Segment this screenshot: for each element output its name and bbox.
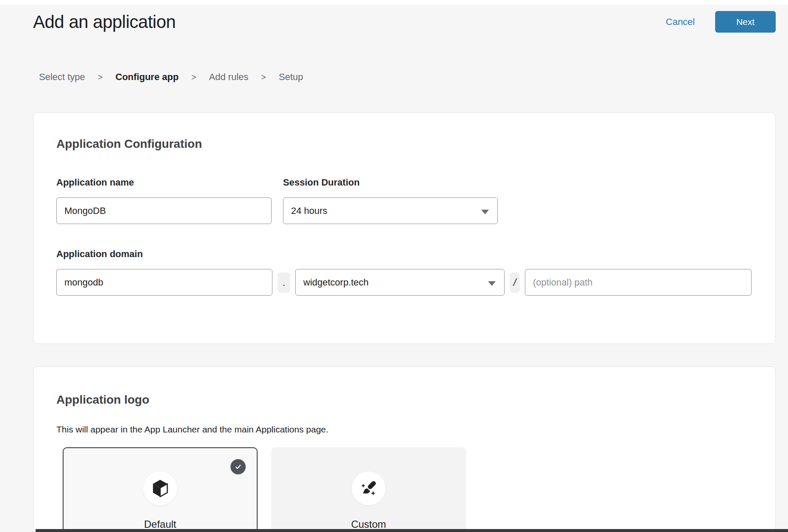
session-duration-field-group: Session Duration 24 hours bbox=[283, 177, 498, 224]
session-duration-label: Session Duration bbox=[283, 177, 498, 188]
domain-selected-value: widgetcorp.tech bbox=[303, 277, 369, 288]
application-name-field-group: Application name bbox=[56, 177, 272, 224]
session-duration-selected-value: 24 hours bbox=[291, 205, 327, 216]
logo-option-label: Default bbox=[64, 518, 257, 530]
page-header: Add an application Cancel Next bbox=[33, 11, 776, 33]
next-button[interactable]: Next bbox=[715, 11, 776, 33]
cube-icon bbox=[151, 479, 169, 498]
header-actions: Cancel Next bbox=[666, 11, 776, 33]
logo-option-custom[interactable]: Custom bbox=[271, 447, 466, 532]
breadcrumb-separator: > bbox=[191, 72, 197, 82]
paintbrush-icon bbox=[359, 479, 378, 498]
name-duration-row: Application name Session Duration 24 hou… bbox=[56, 177, 752, 224]
chevron-down-icon bbox=[488, 281, 496, 286]
breadcrumb-separator: > bbox=[98, 72, 103, 82]
check-icon bbox=[234, 463, 242, 471]
breadcrumb-step-select-type[interactable]: Select type bbox=[39, 72, 85, 83]
slash-separator: / bbox=[510, 272, 520, 293]
breadcrumb-step-setup[interactable]: Setup bbox=[279, 72, 303, 83]
breadcrumb-step-add-rules[interactable]: Add rules bbox=[209, 72, 248, 83]
breadcrumb-step-configure-app[interactable]: Configure app bbox=[116, 72, 179, 83]
application-configuration-card: Application Configuration Application na… bbox=[33, 112, 776, 344]
logo-options: Default Custom bbox=[63, 447, 752, 532]
chevron-down-icon bbox=[481, 210, 489, 214]
page-title: Add an application bbox=[33, 12, 176, 32]
breadcrumb-separator: > bbox=[261, 72, 266, 82]
application-configuration-heading: Application Configuration bbox=[56, 137, 752, 151]
subdomain-input[interactable] bbox=[56, 269, 272, 296]
dot-separator: . bbox=[277, 272, 290, 293]
application-logo-description: This will appear in the App Launcher and… bbox=[56, 424, 752, 435]
screen-bottom-edge bbox=[36, 529, 788, 532]
application-domain-label: Application domain bbox=[56, 249, 752, 260]
application-logo-heading: Application logo bbox=[56, 393, 752, 407]
cancel-button[interactable]: Cancel bbox=[666, 17, 695, 28]
top-white-strip bbox=[0, 0, 788, 5]
domain-select[interactable]: widgetcorp.tech bbox=[295, 269, 505, 296]
application-name-label: Application name bbox=[56, 177, 272, 188]
logo-option-default[interactable]: Default bbox=[63, 447, 258, 532]
path-input[interactable] bbox=[525, 269, 752, 296]
application-domain-row: . widgetcorp.tech / bbox=[56, 269, 752, 296]
default-logo-circle bbox=[143, 471, 177, 505]
session-duration-select[interactable]: 24 hours bbox=[283, 197, 498, 224]
logo-option-label: Custom bbox=[272, 518, 465, 530]
selected-check-badge bbox=[230, 459, 246, 474]
application-logo-card: Application logo This will appear in the… bbox=[33, 366, 776, 532]
custom-logo-circle bbox=[352, 471, 386, 505]
application-name-input[interactable] bbox=[56, 197, 272, 224]
breadcrumb: Select type > Configure app > Add rules … bbox=[39, 72, 788, 83]
